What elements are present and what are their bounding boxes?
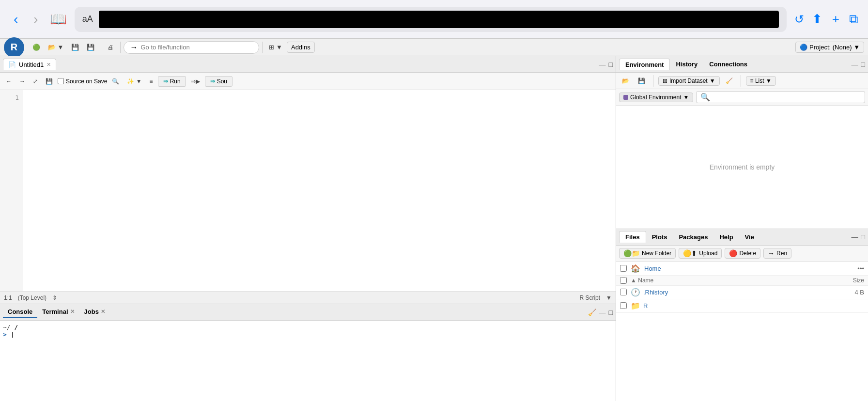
maximize-console-btn[interactable]: □ (609, 308, 613, 316)
minimize-editor-btn[interactable]: — (599, 61, 606, 68)
new-folder-btn[interactable]: 🟢📁 New Folder (619, 248, 676, 259)
minimize-env-btn[interactable]: — (852, 61, 858, 68)
global-env-selector[interactable]: Global Environment ▼ (619, 93, 693, 102)
minimize-files-btn[interactable]: — (852, 233, 858, 241)
share-button[interactable]: ⬆ (812, 12, 822, 27)
project-btn[interactable]: 🔵 Project: (None) ▼ (795, 42, 864, 53)
global-env-arrow: ▼ (683, 94, 689, 101)
console-window-controls: 🧹 — □ (588, 308, 613, 316)
clear-console-btn[interactable]: 🧹 (588, 308, 596, 316)
files-tab-help[interactable]: Help (713, 231, 739, 243)
jobs-close[interactable]: ✕ (101, 308, 105, 315)
env-tab-history[interactable]: History (670, 59, 703, 70)
goto-input[interactable] (140, 44, 253, 51)
run-btn[interactable]: ⇒ Run (158, 76, 186, 87)
files-tab-packages[interactable]: Packages (673, 231, 713, 243)
list-btn[interactable]: ≡ List ▼ (746, 76, 776, 86)
console-tab-bar: Console Terminal ✕ Jobs ✕ 🧹 — □ (0, 304, 616, 321)
delete-icon: 🔴 (729, 249, 737, 257)
new-script-btn[interactable]: 🟢 (29, 42, 44, 53)
home-link[interactable]: Home (644, 265, 661, 272)
rhistory-name[interactable]: .Rhistory (643, 289, 835, 296)
open-file-btn[interactable]: 📂 ▼ (45, 42, 67, 53)
maximize-editor-btn[interactable]: □ (609, 61, 613, 68)
r-name[interactable]: R (643, 302, 835, 309)
terminal-close[interactable]: ✕ (70, 308, 75, 315)
rename-btn[interactable]: → Ren (763, 248, 791, 259)
go-back-btn[interactable]: ← (3, 77, 15, 86)
import-arrow: ▼ (710, 77, 715, 84)
addins-btn[interactable]: Addins (287, 42, 315, 53)
env-save-btn[interactable]: 💾 (635, 76, 648, 86)
font-size-control[interactable]: aA (82, 14, 93, 24)
files-tab-plots[interactable]: Plots (646, 231, 673, 243)
editor-tab-untitled1[interactable]: 📄 Untitled1 ✕ (3, 59, 56, 70)
broom-btn[interactable]: 🧹 (723, 76, 736, 86)
size-col-header[interactable]: Size (835, 277, 864, 284)
show-in-window-btn[interactable]: ⤢ (30, 77, 41, 86)
source-on-save-group: Source on Save (58, 78, 107, 85)
tabs-button[interactable]: ⧉ (849, 12, 858, 27)
rename-icon: → (768, 249, 775, 257)
main-content: 📄 Untitled1 ✕ — □ ← → ⤢ 💾 (0, 56, 868, 401)
script-type[interactable]: R Script (579, 294, 600, 301)
save-script-btn[interactable]: 💾 (43, 77, 56, 86)
console-prompt-line: > | (3, 331, 613, 338)
upload-btn[interactable]: 🟡⬆ Upload (679, 248, 722, 259)
select-all-checkbox[interactable] (620, 277, 627, 284)
new-folder-icon: 🟢📁 (623, 249, 640, 257)
goto-search[interactable]: → (124, 41, 259, 54)
bookmark-icon[interactable]: 📖 (50, 11, 67, 27)
env-tab-connections[interactable]: Connections (703, 59, 753, 70)
code-editor[interactable] (23, 90, 616, 291)
r-checkbox[interactable] (620, 302, 627, 309)
jobs-tab-label: Jobs (84, 308, 99, 315)
maximize-files-btn[interactable]: □ (861, 233, 865, 241)
env-pane: Environment History Connections — □ 📂 💾 … (616, 56, 868, 229)
files-more-btn[interactable]: ••• (857, 265, 864, 272)
search-btn[interactable]: 🔍 (109, 77, 122, 86)
rhistory-checkbox[interactable] (620, 289, 627, 295)
files-content: 🏠 Home ••• ▲ Name Size 🕐 .Rh (616, 262, 868, 401)
forward-button[interactable]: › (30, 10, 42, 29)
source-on-save-checkbox[interactable] (58, 78, 64, 84)
file-row-r[interactable]: 📁 R (616, 299, 868, 313)
minimize-console-btn[interactable]: — (599, 308, 606, 316)
save-all-btn[interactable]: 💾 (83, 42, 98, 53)
delete-btn[interactable]: 🔴 Delete (725, 248, 760, 259)
env-tab-environment[interactable]: Environment (619, 59, 670, 70)
rerun-btn[interactable]: ⇒▶ (188, 77, 203, 86)
save-btn[interactable]: 💾 (68, 42, 82, 53)
env-search-input[interactable] (712, 94, 861, 101)
address-bar[interactable]: aA (75, 7, 787, 32)
source-btn[interactable]: ⇒ Sou (205, 76, 232, 87)
terminal-tab[interactable]: Terminal ✕ (37, 306, 79, 318)
files-tab-files[interactable]: Files (619, 231, 646, 243)
tab-close[interactable]: ✕ (46, 62, 51, 68)
reload-button[interactable]: ↺ (794, 13, 804, 26)
back-button[interactable]: ‹ (10, 10, 22, 29)
file-row-rhistory[interactable]: 🕐 .Rhistory 4 B (616, 286, 868, 299)
add-tab-button[interactable]: + (832, 12, 839, 27)
script-type-arrow[interactable]: ▼ (606, 294, 612, 301)
env-search[interactable]: 🔍 (696, 91, 865, 103)
print-btn[interactable]: 🖨 (104, 42, 117, 53)
grid-btn[interactable]: ⊞ ▼ (265, 42, 285, 53)
home-checkbox[interactable] (620, 265, 627, 272)
import-dataset-btn[interactable]: ⊞ Import Dataset ▼ (658, 76, 720, 86)
console-tab[interactable]: Console (3, 306, 37, 318)
url-display[interactable] (99, 11, 779, 28)
name-col-header[interactable]: ▲ Name (631, 277, 835, 284)
env-open-btn[interactable]: 📂 (619, 76, 632, 86)
console-content: ~/ / > | (0, 321, 616, 401)
files-tab-viewer[interactable]: Vie (739, 231, 760, 243)
import-icon: ⊞ (663, 77, 667, 84)
go-forward-btn[interactable]: → (16, 77, 28, 86)
jobs-tab[interactable]: Jobs ✕ (79, 306, 110, 318)
list-btn[interactable]: ≡ (147, 77, 156, 86)
env-empty-label: Environment is empty (616, 106, 868, 229)
maximize-env-btn[interactable]: □ (861, 61, 865, 68)
source-label: Sou (217, 78, 227, 85)
scope-arrow[interactable]: ⇕ (52, 294, 57, 301)
wand-btn[interactable]: ✨ ▼ (124, 77, 144, 86)
